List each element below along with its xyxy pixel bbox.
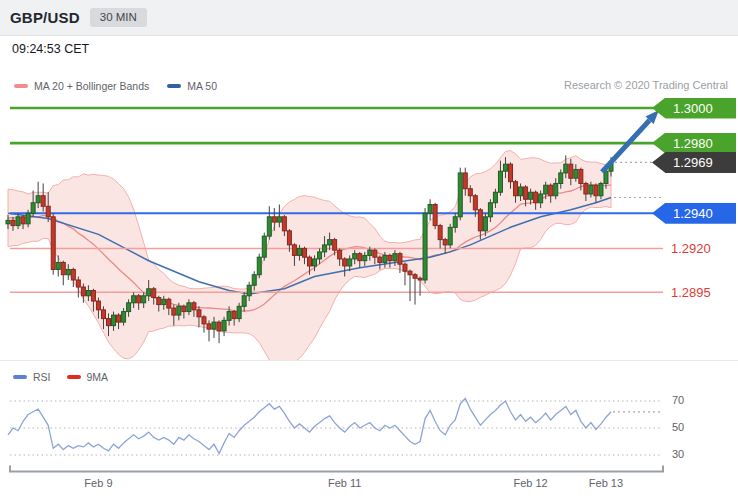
price-chart[interactable] bbox=[0, 0, 738, 360]
x-tick-feb13: Feb 13 bbox=[589, 477, 623, 489]
level-tag-resistance-2: 1.2980 bbox=[652, 133, 736, 154]
rsi-scale-70: 70 bbox=[672, 394, 684, 406]
trading-central-widget: GBP/USD 30 MIN 09:24:53 CET MA 20 + Boll… bbox=[0, 0, 738, 500]
level-label-support-1: 1.2920 bbox=[671, 241, 733, 256]
level-tag-pivot: 1.2940 bbox=[652, 203, 736, 224]
rsi-scale-30: 30 bbox=[672, 448, 684, 460]
level-label-support-2: 1.2895 bbox=[671, 285, 733, 300]
x-tick-feb9: Feb 9 bbox=[84, 477, 112, 489]
x-tick-feb12: Feb 12 bbox=[513, 477, 547, 489]
level-tag-resistance-1: 1.3000 bbox=[652, 98, 736, 119]
level-tag-last-price: 1.2969 bbox=[652, 152, 736, 173]
rsi-scale-50: 50 bbox=[672, 421, 684, 433]
x-tick-feb11: Feb 11 bbox=[328, 477, 361, 489]
